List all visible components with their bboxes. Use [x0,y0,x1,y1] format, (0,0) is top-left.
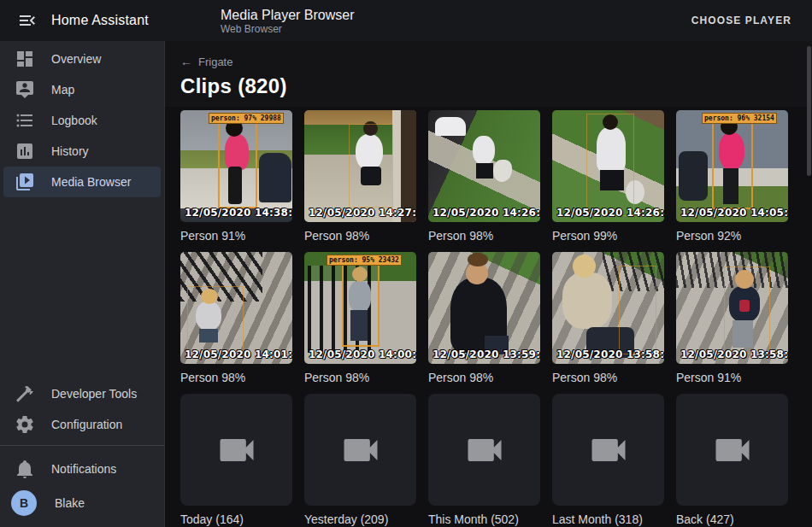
sidebar-footer-nav: Developer Tools Configuration [0,376,164,440]
clips-grid: person: 97% 29988 12/05/2020 14:38:47 Pe… [165,107,812,526]
sidebar-bottom: Notifications B Blake [0,451,164,527]
sidebar-item-configuration[interactable]: Configuration [3,409,161,440]
clip-thumbnail: 12/05/2020 13:58:17 [676,252,788,364]
sidebar-item-history[interactable]: History [3,136,161,167]
folder-thumbnail [428,394,540,506]
detection-bbox [349,124,393,208]
clip-item-0[interactable]: person: 97% 29988 12/05/2020 14:38:47 Pe… [180,110,292,243]
clip-thumbnail: person: 96% 32154 12/05/2020 14:05:17 [676,110,788,222]
sidebar-item-profile[interactable]: B Blake [3,484,161,522]
folder-item-last-month[interactable]: Last Month (318) [552,394,664,526]
clip-timestamp: 12/05/2020 13:58:17 [680,348,788,360]
format-list-bulleted-icon [15,110,35,131]
page-header-subtitle: Web Browser [221,23,355,35]
clip-caption: Person 98% [428,229,540,243]
sidebar-item-label: Media Browser [51,175,131,189]
clip-thumbnail: 12/05/2020 13:59:49 [428,252,540,364]
sidebar-item-logbook[interactable]: Logbook [3,105,161,136]
folder-item-today[interactable]: Today (164) [180,394,292,526]
clip-item-6[interactable]: person: 95% 23432 12/05/2020 14:00:52 Pe… [304,252,416,384]
clip-timestamp: 12/05/2020 13:59:49 [432,348,540,360]
view-dashboard-icon [15,49,35,69]
clip-caption: Person 98% [428,371,540,384]
clip-item-8[interactable]: 12/05/2020 13:58:30 Person 98% [552,252,664,384]
folder-caption: Yesterday (209) [304,512,416,526]
user-name-label: Blake [55,496,85,510]
clip-item-9[interactable]: 12/05/2020 13:58:17 Person 91% [676,252,788,384]
detection-tag: person: 95% 23432 [327,255,402,266]
clip-caption: Person 98% [552,371,664,384]
folder-caption: Last Month (318) [552,512,664,526]
play-box-multiple-icon [15,172,35,192]
clip-caption: Person 92% [676,229,788,243]
clip-item-2[interactable]: 12/05/2020 14:26:48 Person 98% [428,110,540,243]
clip-timestamp: 12/05/2020 14:26:07 [556,207,664,219]
sidebar-nav: Overview Map Logbook History Media Brows… [0,41,164,197]
sidebar-item-label: Developer Tools [51,387,137,401]
clip-thumbnail: 12/05/2020 14:01:14 [180,252,292,364]
detection-bbox [619,266,656,354]
clip-thumbnail: person: 97% 29988 12/05/2020 14:38:47 [180,110,292,222]
clip-item-1[interactable]: 12/05/2020 14:27:35 Person 98% [304,110,416,243]
sidebar-item-developer-tools[interactable]: Developer Tools [3,378,161,409]
menu-open-icon[interactable] [10,3,44,38]
video-icon [462,428,507,472]
video-icon [215,428,259,472]
sidebar-item-notifications[interactable]: Notifications [3,454,161,484]
sidebar-item-map[interactable]: Map [3,74,161,105]
tooltip-account-icon [15,79,35,100]
toolbar-title-block: Media Player Browser Web Browser [221,7,355,35]
clip-item-3[interactable]: 12/05/2020 14:26:07 Person 99% [552,110,664,243]
clip-thumbnail: person: 95% 23432 12/05/2020 14:00:52 [304,252,416,364]
sidebar: Overview Map Logbook History Media Brows… [0,41,165,527]
toolbar: Media Player Browser Web Browser CHOOSE … [165,0,812,41]
sidebar-spacer [0,197,164,376]
page-title: Clips (820) [180,74,812,107]
clip-timestamp: 12/05/2020 14:05:17 [680,207,788,219]
folder-thumbnail [304,394,416,506]
sidebar-item-media-browser[interactable]: Media Browser [3,167,161,197]
clip-caption: Person 98% [304,229,416,243]
clip-timestamp: 12/05/2020 14:01:14 [185,348,292,360]
clip-caption: Person 91% [180,229,292,243]
chart-box-icon [15,141,35,161]
breadcrumb-label: Frigate [198,56,232,68]
sidebar-header: Home Assistant [0,0,165,41]
folder-item-yesterday[interactable]: Yesterday (209) [304,394,416,526]
scrollbar-thumb[interactable] [807,46,811,176]
clip-timestamp: 12/05/2020 14:38:47 [185,207,292,219]
choose-player-button[interactable]: CHOOSE PLAYER [691,15,791,26]
clip-item-7[interactable]: 12/05/2020 13:59:49 Person 98% [428,252,540,384]
folder-item-back[interactable]: Back (427) [676,394,788,526]
top-app-bar: Home Assistant Media Player Browser Web … [0,0,812,41]
sidebar-item-overview[interactable]: Overview [3,44,161,74]
clip-timestamp: 12/05/2020 14:00:52 [309,348,416,360]
clip-thumbnail: 12/05/2020 13:58:30 [552,252,664,364]
detection-bbox [218,121,257,208]
media-browser-header: ← Frigate Clips (820) [165,41,812,107]
clip-thumbnail: 12/05/2020 14:27:35 [304,110,416,222]
breadcrumb[interactable]: ← Frigate [180,55,232,68]
clip-item-4[interactable]: person: 96% 32154 12/05/2020 14:05:17 Pe… [676,110,788,243]
folder-thumbnail [552,394,664,506]
sidebar-item-label: Logbook [51,114,97,127]
sidebar-item-label: Overview [51,52,101,66]
detection-bbox [724,266,770,354]
clip-caption: Person 91% [676,371,788,384]
sidebar-item-label: Notifications [51,462,116,476]
page-header-title: Media Player Browser [221,7,355,23]
detection-bbox [187,286,244,354]
media-browser-panel: ← Frigate Clips (820) person: 97% 29988 … [165,41,812,527]
clip-item-5[interactable]: 12/05/2020 14:01:14 Person 98% [180,252,292,384]
scrollbar[interactable] [807,43,811,525]
detection-tag: person: 97% 29988 [209,113,284,124]
folder-thumbnail [180,394,292,506]
folder-item-this-month[interactable]: This Month (502) [428,394,540,526]
back-arrow-icon: ← [180,55,192,68]
cog-icon [15,414,35,435]
clip-caption: Person 99% [552,229,664,243]
detection-bbox [342,263,380,347]
folder-caption: Back (427) [676,512,788,526]
detection-bbox [712,119,753,209]
app-title: Home Assistant [51,13,149,28]
